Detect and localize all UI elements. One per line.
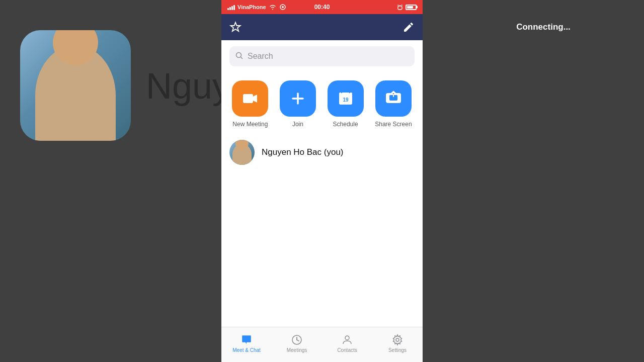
signal-icon xyxy=(227,4,235,10)
nav-meetings[interactable]: Meetings xyxy=(282,334,312,353)
svg-point-6 xyxy=(236,52,242,57)
new-meeting-icon-bg xyxy=(232,80,268,117)
clock-icon xyxy=(291,334,303,346)
video-camera-icon xyxy=(241,89,259,108)
svg-point-1 xyxy=(282,6,284,8)
wifi-icon xyxy=(269,4,277,10)
share-screen-icon xyxy=(384,89,403,108)
user-list: Nguyen Ho Bac (you) xyxy=(221,132,423,173)
header-title: Connecting... xyxy=(516,22,571,32)
svg-line-4 xyxy=(398,5,399,6)
calendar-icon: 19 xyxy=(337,89,355,108)
battery-icon xyxy=(406,5,417,10)
edit-icon[interactable] xyxy=(403,21,415,33)
bottom-nav: Meet & Chat Meetings Contacts Settings xyxy=(221,327,423,362)
status-bar: VinaPhone 00:40 xyxy=(221,0,423,14)
svg-line-5 xyxy=(401,5,403,6)
user-avatar xyxy=(229,140,255,165)
plus-icon xyxy=(289,89,307,108)
nav-meet-chat[interactable]: Meet & Chat xyxy=(231,334,262,353)
battery-fill xyxy=(407,6,413,9)
svg-line-22 xyxy=(297,340,299,341)
app-header: Connecting... xyxy=(221,14,423,40)
nav-settings[interactable]: Settings xyxy=(382,334,413,353)
new-meeting-label: New Meeting xyxy=(232,121,268,128)
schedule-icon-bg: 19 xyxy=(328,80,364,117)
join-label: Join xyxy=(292,121,303,128)
status-time: 00:40 xyxy=(314,4,330,11)
phone-frame: VinaPhone 00:40 xyxy=(221,0,423,362)
svg-rect-8 xyxy=(243,94,253,103)
gear-icon xyxy=(391,334,404,346)
status-right xyxy=(396,4,417,11)
share-screen-label: Share Screen xyxy=(375,121,412,128)
search-icon xyxy=(235,52,244,61)
action-grid: New Meeting Join xyxy=(221,72,423,132)
svg-rect-2 xyxy=(398,6,402,10)
share-screen-button[interactable]: Share Screen xyxy=(375,80,412,128)
svg-rect-12 xyxy=(339,93,352,97)
nav-contacts[interactable]: Contacts xyxy=(332,334,362,353)
svg-point-24 xyxy=(396,338,399,341)
person-icon xyxy=(341,334,353,346)
svg-point-23 xyxy=(345,336,349,340)
search-placeholder: Search xyxy=(248,52,273,61)
activity-icon xyxy=(279,4,286,10)
svg-text:19: 19 xyxy=(343,97,349,103)
status-left: VinaPhone xyxy=(227,4,286,10)
svg-line-7 xyxy=(241,57,243,59)
share-screen-icon-bg xyxy=(375,80,412,117)
nav-meet-chat-label: Meet & Chat xyxy=(232,347,261,353)
app-content: Search New Meeting xyxy=(221,40,423,327)
search-bar[interactable]: Search xyxy=(229,46,415,66)
join-icon-bg xyxy=(280,80,316,117)
schedule-label: Schedule xyxy=(333,121,358,128)
favorite-icon[interactable] xyxy=(229,21,242,33)
chat-icon xyxy=(240,334,253,346)
user-item[interactable]: Nguyen Ho Bac (you) xyxy=(229,136,415,169)
new-meeting-button[interactable]: New Meeting xyxy=(232,80,268,128)
nav-settings-label: Settings xyxy=(388,347,407,353)
background-avatar xyxy=(20,30,131,141)
alarm-icon xyxy=(396,4,404,11)
nav-contacts-label: Contacts xyxy=(337,347,357,353)
nav-meetings-label: Meetings xyxy=(287,347,307,353)
schedule-button[interactable]: 19 Schedule xyxy=(328,80,364,128)
carrier-name: VinaPhone xyxy=(237,4,266,10)
user-name: Nguyen Ho Bac (you) xyxy=(262,147,344,157)
join-button[interactable]: Join xyxy=(280,80,316,128)
